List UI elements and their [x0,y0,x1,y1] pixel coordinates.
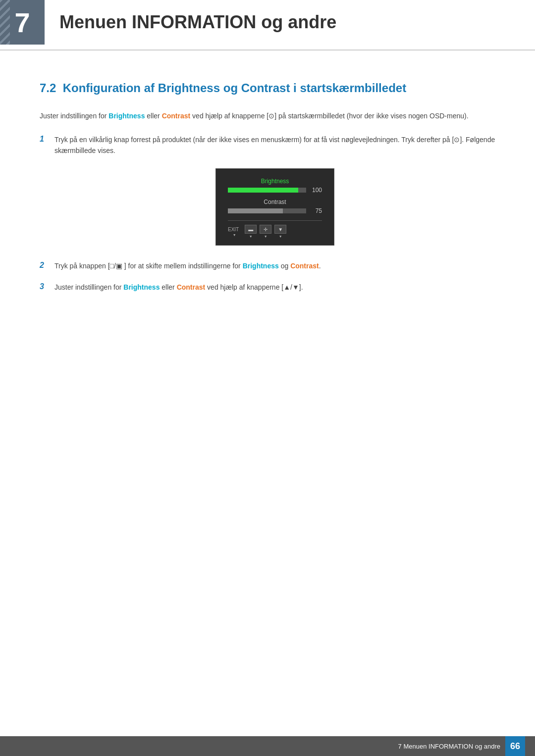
step-2-contrast: Contrast [290,262,319,270]
step-2: 2 Tryk på knappen [□/▣ ] for at skifte m… [40,260,495,271]
osd-contrast-bar-fill [228,208,283,213]
section-title-text: Konfiguration af Brightness og Contrast … [63,81,406,95]
step-3-brightness: Brightness [123,283,160,291]
osd-btn-minus: ▬ [245,225,257,234]
osd-buttons-group: ▬ ▼ ✛ ▼ ▼ ▼ [245,225,286,238]
chapter-number: 7 [14,6,30,39]
osd-btn-minus-col: ▬ ▼ [245,225,257,238]
osd-brightness-bar-fill [228,188,298,193]
osd-exit-arrow: ▼ [233,233,236,237]
chapter-title: Menuen INFORMATION og andre [45,0,351,45]
osd-footer: EXIT ▼ ▬ ▼ ✛ ▼ ▼ ▼ [228,220,322,238]
osd-brightness-value: 100 [309,187,322,194]
step-1-number: 1 [40,134,54,144]
intro-text-after: ved hjælp af knapperne [ [190,112,268,120]
osd-brightness-bar-bg [228,188,306,193]
intro-text-before: Juster indstillingen for [40,112,108,120]
step-3: 3 Juster indstillingen for Brightness el… [40,282,495,293]
osd-brightness-row: Brightness 100 [228,178,322,194]
osd-btn-plus-arrow: ▼ [264,235,268,238]
osd-btn-plus-col: ✛ ▼ [260,225,271,238]
osd-contrast-bar-bg [228,208,306,213]
intro-joystick: ⊙ [268,112,274,120]
osd-contrast-label: Contrast [228,199,322,205]
step-2-brightness: Brightness [243,262,279,270]
osd-container: Brightness 100 Contrast 75 [54,168,495,246]
step-2-number: 2 [40,260,54,270]
intro-contrast: Contrast [162,112,191,120]
osd-contrast-bar-container: 75 [228,207,322,214]
osd-btn-menu: ▼ [274,225,286,234]
step-3-number: 3 [40,282,54,291]
osd-contrast-row: Contrast 75 [228,199,322,214]
osd-btn-minus-arrow: ▼ [249,235,253,238]
osd-btn-plus: ✛ [260,225,271,234]
osd-exit-label: EXIT [228,227,239,232]
step-3-text: Juster indstillingen for Brightness elle… [54,282,303,293]
step-2-text: Tryk på knappen [□/▣ ] for at skifte mel… [54,260,321,271]
main-content: 7.2 Konfiguration af Brightness og Contr… [0,70,535,342]
intro-text-end: ] på startskærmbilledet (hvor der ikke v… [274,112,468,120]
osd-btn-menu-arrow: ▼ [279,235,282,238]
step-1: 1 Tryk på en vilkårlig knap forrest på p… [40,134,495,156]
footer-text: 7 Menuen INFORMATION og andre [398,743,500,750]
step-1-joystick: ⊙ [454,136,460,144]
osd-screen: Brightness 100 Contrast 75 [215,168,334,246]
section-title: 7.2 Konfiguration af Brightness og Contr… [40,80,495,96]
intro-brightness: Brightness [108,112,145,120]
intro-text-mid1: eller [145,112,161,120]
osd-brightness-bar-container: 100 [228,187,322,194]
page-footer: 7 Menuen INFORMATION og andre 66 [0,736,535,756]
intro-paragraph: Juster indstillingen for Brightness elle… [40,110,495,121]
step-1-text: Tryk på en vilkårlig knap forrest på pro… [54,134,495,156]
chapter-header: 7 Menuen INFORMATION og andre [0,0,535,50]
chapter-number-box: 7 [0,0,45,45]
osd-exit-col: EXIT ▼ [228,227,241,237]
step-3-contrast: Contrast [177,283,206,291]
section-number: 7.2 [40,81,56,95]
osd-btn-menu-col: ▼ ▼ [274,225,286,238]
osd-brightness-label: Brightness [228,178,322,185]
osd-contrast-value: 75 [309,207,322,214]
footer-page-number: 66 [505,736,525,756]
